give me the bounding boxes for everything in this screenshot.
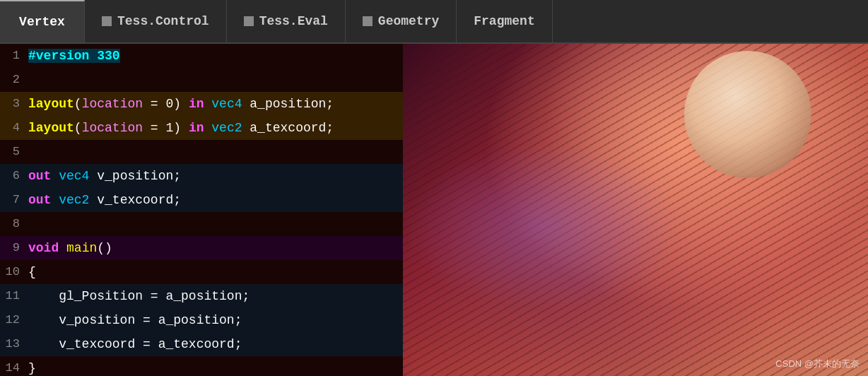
code-line-5: 5: [0, 140, 403, 164]
line-num-13: 13: [0, 332, 28, 356]
line-content-11: gl_Position = a_position;: [28, 284, 403, 308]
line-content-12: v_position = a_position;: [28, 308, 403, 332]
background-image: CSDN @芥末的无奈: [403, 44, 868, 376]
line-content-3: layout(location = 0) in vec4 a_position;: [28, 92, 403, 116]
code-lines: 1 #version 330 2 3 layout(location = 0) …: [0, 44, 403, 376]
line-content-8: [28, 212, 403, 236]
line-num-14: 14: [0, 356, 28, 376]
line-content-10: {: [28, 260, 403, 284]
line-content-6: out vec4 v_position;: [28, 164, 403, 188]
code-line-9: 9 void main(): [0, 236, 403, 260]
watermark: CSDN @芥末的无奈: [775, 358, 860, 370]
tab-bar: Vertex Tess.Control Tess.Eval Geometry F…: [0, 0, 868, 44]
line-num-1: 1: [0, 44, 28, 68]
line-content-13: v_texcoord = a_texcoord;: [28, 332, 403, 356]
line-content-7: out vec2 v_texcoord;: [28, 188, 403, 212]
code-line-3: 3 layout(location = 0) in vec4 a_positio…: [0, 92, 403, 116]
line-num-6: 6: [0, 164, 28, 188]
line-content-1: #version 330: [28, 44, 403, 68]
line-num-11: 11: [0, 284, 28, 308]
tab-fragment-label: Fragment: [474, 14, 534, 28]
line-num-8: 8: [0, 212, 28, 236]
line-num-12: 12: [0, 308, 28, 332]
code-line-11: 11 gl_Position = a_position;: [0, 284, 403, 308]
line-num-5: 5: [0, 140, 28, 164]
tab-geometry[interactable]: Geometry: [346, 0, 457, 42]
tab-tess-eval[interactable]: Tess.Eval: [227, 0, 346, 42]
tab-tess-eval-icon: [244, 16, 254, 26]
line-content-5: [28, 140, 403, 164]
line-num-3: 3: [0, 92, 28, 116]
code-line-8: 8: [0, 212, 403, 236]
tab-tess-control-label: Tess.Control: [117, 14, 209, 28]
tab-tess-control[interactable]: Tess.Control: [85, 0, 227, 42]
code-line-14: 14 }: [0, 356, 403, 376]
code-editor[interactable]: 1 #version 330 2 3 layout(location = 0) …: [0, 44, 403, 376]
code-line-10: 10 {: [0, 260, 403, 284]
tab-vertex[interactable]: Vertex: [0, 0, 85, 42]
tab-tess-control-icon: [102, 16, 112, 26]
line-content-14: }: [28, 356, 403, 376]
code-line-6: 6 out vec4 v_position;: [0, 164, 403, 188]
line-content-4: layout(location = 1) in vec2 a_texcoord;: [28, 116, 403, 140]
tab-vertex-label: Vertex: [19, 15, 65, 29]
tab-geometry-icon: [363, 16, 373, 26]
code-line-2: 2: [0, 68, 403, 92]
code-line-1: 1 #version 330: [0, 44, 403, 68]
line-num-4: 4: [0, 116, 28, 140]
code-line-7: 7 out vec2 v_texcoord;: [0, 188, 403, 212]
line-num-7: 7: [0, 188, 28, 212]
line-num-2: 2: [0, 68, 28, 92]
sphere-shape: [684, 51, 811, 178]
line-content-2: [28, 68, 403, 92]
line-num-10: 10: [0, 260, 28, 284]
tab-tess-eval-label: Tess.Eval: [259, 14, 328, 28]
tab-geometry-label: Geometry: [378, 14, 439, 28]
tab-fragment[interactable]: Fragment: [457, 0, 552, 42]
code-line-4: 4 layout(location = 1) in vec2 a_texcoor…: [0, 116, 403, 140]
main-content: 1 #version 330 2 3 layout(location = 0) …: [0, 44, 868, 376]
line-content-9: void main(): [28, 236, 403, 260]
line-num-9: 9: [0, 236, 28, 260]
code-line-12: 12 v_position = a_position;: [0, 308, 403, 332]
code-line-13: 13 v_texcoord = a_texcoord;: [0, 332, 403, 356]
smoke-overlay: [403, 143, 682, 310]
